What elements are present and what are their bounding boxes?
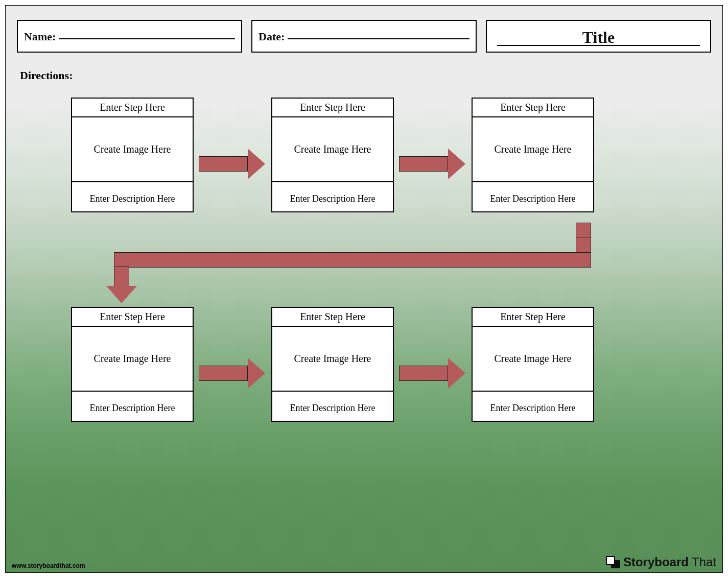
- arrow-right-icon: [399, 358, 465, 389]
- page-footer: www.storyboardthat.com StoryboardThat: [12, 555, 716, 569]
- arrow-right-icon: [399, 149, 465, 179]
- title-label: Title: [582, 28, 615, 47]
- step-title[interactable]: Enter Step Here: [272, 308, 393, 327]
- storyboard-icon: [606, 556, 620, 568]
- name-label: Name:: [24, 30, 56, 43]
- step-card-3[interactable]: Enter Step Here Create Image Here Enter …: [472, 98, 594, 212]
- step-title[interactable]: Enter Step Here: [473, 308, 593, 327]
- arrow-right-icon: [199, 149, 265, 179]
- step-description[interactable]: Enter Description Here: [72, 186, 193, 211]
- flowchart-area: Enter Step Here Create Image Here Enter …: [6, 92, 722, 511]
- footer-url: www.storyboardthat.com: [12, 562, 85, 569]
- step-description[interactable]: Enter Description Here: [272, 396, 393, 421]
- step-image-area[interactable]: Create Image Here: [272, 327, 393, 396]
- step-description[interactable]: Enter Description Here: [72, 396, 193, 421]
- step-image-area[interactable]: Create Image Here: [272, 117, 393, 186]
- step-title[interactable]: Enter Step Here: [72, 99, 193, 117]
- brand-text-b: That: [692, 555, 716, 569]
- step-card-4[interactable]: Enter Step Here Create Image Here Enter …: [71, 307, 194, 422]
- step-image-area[interactable]: Create Image Here: [72, 327, 193, 396]
- step-card-6[interactable]: Enter Step Here Create Image Here Enter …: [472, 307, 594, 422]
- step-title[interactable]: Enter Step Here: [272, 99, 393, 117]
- brand-text-a: Storyboard: [623, 555, 689, 569]
- directions-label: Directions:: [6, 53, 722, 82]
- brand-logo: StoryboardThat: [606, 555, 716, 569]
- step-description[interactable]: Enter Description Here: [272, 186, 393, 211]
- step-image-area[interactable]: Create Image Here: [72, 117, 193, 186]
- connector-arrow: [98, 223, 598, 315]
- name-field-box[interactable]: Name:: [17, 20, 242, 53]
- arrow-right-icon: [199, 358, 265, 389]
- step-card-1[interactable]: Enter Step Here Create Image Here Enter …: [71, 98, 194, 212]
- step-title[interactable]: Enter Step Here: [72, 308, 193, 327]
- step-title[interactable]: Enter Step Here: [473, 99, 593, 117]
- header-row: Name: Date: Title: [6, 6, 722, 53]
- title-underline: [497, 45, 699, 46]
- title-field-box[interactable]: Title: [486, 20, 711, 53]
- step-image-area[interactable]: Create Image Here: [473, 117, 593, 186]
- step-card-5[interactable]: Enter Step Here Create Image Here Enter …: [271, 307, 394, 422]
- step-card-2[interactable]: Enter Step Here Create Image Here Enter …: [271, 98, 394, 212]
- date-blank-line: [288, 38, 469, 39]
- worksheet-page: Name: Date: Title Directions: Enter Step…: [5, 5, 723, 573]
- name-blank-line: [59, 38, 235, 39]
- step-description[interactable]: Enter Description Here: [473, 186, 593, 211]
- date-field-box[interactable]: Date:: [251, 20, 477, 53]
- step-description[interactable]: Enter Description Here: [473, 396, 593, 421]
- step-image-area[interactable]: Create Image Here: [473, 327, 593, 396]
- date-label: Date:: [259, 30, 285, 43]
